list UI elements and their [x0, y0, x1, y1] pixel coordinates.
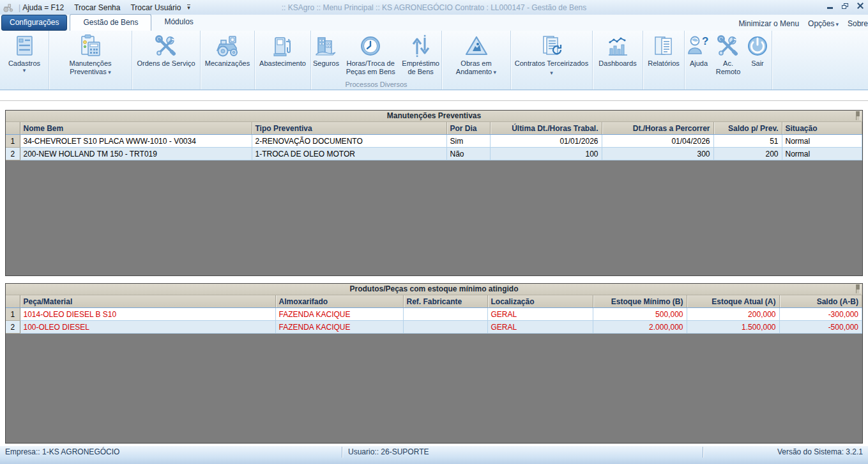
quick-access-dropdown-icon[interactable]: ▾ [187, 4, 190, 10]
cell[interactable]: 2.000,000 [593, 321, 687, 334]
minimize-button[interactable] [825, 1, 835, 10]
tab-gestao-de-bens[interactable]: Gestão de Bens [70, 14, 151, 31]
cell[interactable]: 200,000 [687, 308, 779, 321]
column-header-estoque-atual-a[interactable]: Estoque Atual (A) [687, 295, 779, 308]
cell[interactable]: -300,000 [779, 308, 862, 321]
ribbon-tabs: Gestão de BensMódulos [70, 14, 206, 31]
column-header-localizacao[interactable]: Localização [487, 295, 593, 308]
restore-icon [842, 3, 848, 9]
cell[interactable]: GERAL [487, 308, 593, 321]
cell[interactable]: 01/01/2026 [490, 135, 602, 148]
cell[interactable]: Não [446, 148, 490, 160]
chevron-down-icon: ▾ [107, 69, 111, 75]
column-header-nome-bem[interactable]: Nome Bem [20, 122, 252, 135]
column-header-por-dia[interactable]: Por Dia [446, 122, 490, 135]
about-link[interactable]: Sobre [848, 19, 868, 28]
cell[interactable]: -500,000 [779, 321, 862, 334]
cell[interactable]: 01/04/2026 [602, 135, 713, 148]
cell[interactable]: Normal [782, 148, 862, 160]
ribbon-button-manutencoes-preventivas[interactable]: Manutenções Preventivas ▾ [49, 31, 132, 77]
minimize-menu-link[interactable]: Minimizar o Menu [738, 19, 799, 28]
table-row[interactable]: 2100-OLEO DIESELFAZENDA KACIQUEGERAL2.00… [6, 321, 862, 334]
preventive-maintenance-table: Nome BemTipo PreventivaPor DiaÚltima Dt.… [6, 122, 862, 160]
cell[interactable]: 1-TROCA DE OLEO MOTOR [252, 148, 446, 160]
chevron-down-icon: ▾ [835, 21, 839, 27]
ribbon-button-relatorios[interactable]: Relatórios [646, 31, 681, 68]
ribbon-group-caption [49, 80, 132, 89]
ribbon-button-dashboards[interactable]: Dashboards [597, 31, 638, 68]
cell[interactable]: FAZENDA KACIQUE [275, 321, 403, 334]
ribbon-group: Ordens de Serviço [132, 31, 201, 89]
column-header-peca-material[interactable]: Peça/Material [20, 295, 275, 308]
ribbon-button-ajuda[interactable]: ?Ajuda [684, 31, 713, 68]
grid-corner-scrollbar[interactable] [856, 111, 860, 120]
ribbon-group-caption: Processos Diversos [311, 80, 441, 89]
column-header-ultima-dt-horas-trabal[interactable]: Última Dt./Horas Trabal. [490, 122, 602, 135]
titlebar-menu-item-trocar-usuario[interactable]: Trocar Usuário [130, 3, 181, 12]
column-header-ref-fabricante[interactable]: Ref. Fabricante [403, 295, 487, 308]
scrollbar-thumb[interactable] [857, 284, 860, 290]
ribbon-empty-space [772, 31, 868, 89]
ribbon-button-emprestimo-de-bens[interactable]: Empréstimo de Bens [400, 31, 441, 76]
ribbon-button-cadastros[interactable]: Cadastros ▾ [6, 31, 42, 73]
grid-corner-scrollbar[interactable] [856, 284, 860, 293]
ribbon: Cadastros ▾Manutenções Preventivas ▾Orde… [0, 31, 868, 90]
preventive-maintenance-grid: Manutenções Preventivas Nome BemTipo Pre… [5, 110, 863, 276]
clipboard-calculator-icon [78, 33, 103, 59]
column-header-tipo-preventiva[interactable]: Tipo Preventiva [252, 122, 446, 135]
cell[interactable]: 2-RENOVAÇÃO DOCUMENTO [252, 135, 446, 148]
cell[interactable]: 100-OLEO DIESEL [20, 321, 275, 334]
column-header-dt-horas-a-percorrer[interactable]: Dt./Horas a Percorrer [602, 122, 713, 135]
ribbon-button-horas-troca-de-pecas-em-bens[interactable]: Horas/Troca de Peças em Bens [341, 31, 400, 76]
ribbon-button-mecanizacoes[interactable]: Mecanizações [203, 31, 252, 68]
cell[interactable]: Sim [446, 135, 490, 148]
ribbon-button-label: Obras em Andamento ▾ [444, 59, 508, 77]
table-row[interactable]: 134-CHEVROLET S10 PLACA WWW-1010 - V0034… [6, 135, 862, 148]
column-header-estoque-minimo-b[interactable]: Estoque Mínimo (B) [593, 295, 687, 308]
cell[interactable] [403, 308, 487, 321]
ribbon-button-label: Sair [751, 59, 764, 68]
close-button[interactable] [855, 1, 865, 10]
tab-modulos[interactable]: Módulos [151, 14, 206, 31]
ribbon-group: Mecanizações [201, 31, 255, 89]
ribbon-button-sair[interactable]: Sair [743, 31, 772, 68]
ribbon-button-abastecimento[interactable]: Abastecimento [257, 31, 308, 68]
ribbon-button-label: Relatórios [648, 59, 680, 68]
ribbon-group: Contratos Terceirizados ▾ [511, 31, 593, 89]
ribbon-group-caption [0, 80, 49, 89]
restore-button[interactable] [840, 1, 850, 10]
status-version: Versão do Sistema: 3.2.1 [777, 447, 863, 456]
cell[interactable]: 100 [490, 148, 602, 160]
table-row[interactable]: 2200-NEW HOLLAND TM 150 - TRT0191-TROCA … [6, 148, 862, 160]
scrollbar-thumb[interactable] [857, 111, 860, 116]
cell[interactable]: 51 [713, 135, 782, 148]
cell[interactable]: GERAL [487, 321, 593, 334]
titlebar-menu-item-trocar-senha[interactable]: Trocar Senha [74, 3, 120, 12]
cell[interactable]: 300 [602, 148, 713, 160]
cell[interactable]: 1014-OLEO DIESEL B S10 [20, 308, 275, 321]
ribbon-button-obras-em-andamento[interactable]: Obras em Andamento ▾ [442, 31, 510, 77]
ribbon-button-ac-remoto[interactable]: Ac. Remoto [713, 31, 743, 76]
table-row[interactable]: 11014-OLEO DIESEL B S10FAZENDA KACIQUEGE… [6, 308, 862, 321]
titlebar: | Ajuda = F12Trocar SenhaTrocar Usuário … [0, 0, 868, 15]
cell[interactable]: 1.500,000 [687, 321, 779, 334]
cell[interactable]: Normal [782, 135, 862, 148]
tab-bar-right: Minimizar o Menu Opções▾ Sobre [738, 19, 868, 31]
cell[interactable]: 34-CHEVROLET S10 PLACA WWW-1010 - V0034 [20, 135, 252, 148]
column-header-saldo-a-b[interactable]: Saldo (A-B) [779, 295, 862, 308]
column-header-almoxarifado[interactable]: Almoxarifado [275, 295, 403, 308]
cell[interactable] [403, 321, 487, 334]
cell[interactable]: 500,000 [593, 308, 687, 321]
cell[interactable]: 200 [713, 148, 782, 160]
column-header-situacao[interactable]: Situação [782, 122, 862, 135]
cell[interactable]: FAZENDA KACIQUE [275, 308, 403, 321]
tab-configuracoes[interactable]: Configurações [1, 15, 67, 31]
ribbon-button-seguros[interactable]: Seguros [311, 31, 341, 68]
ribbon-button-ordens-de-servico[interactable]: Ordens de Serviço [135, 31, 197, 68]
titlebar-menu-item-ajuda-f12[interactable]: Ajuda = F12 [22, 3, 64, 12]
dashboard-chart-icon [605, 33, 630, 59]
options-menu[interactable]: Opções▾ [808, 19, 839, 28]
column-header-saldo-p-prev[interactable]: Saldo p/ Prev. [713, 122, 782, 135]
ribbon-button-contratos-terceirizados[interactable]: Contratos Terceirizados ▾ [511, 31, 592, 77]
cell[interactable]: 200-NEW HOLLAND TM 150 - TRT019 [20, 148, 252, 160]
